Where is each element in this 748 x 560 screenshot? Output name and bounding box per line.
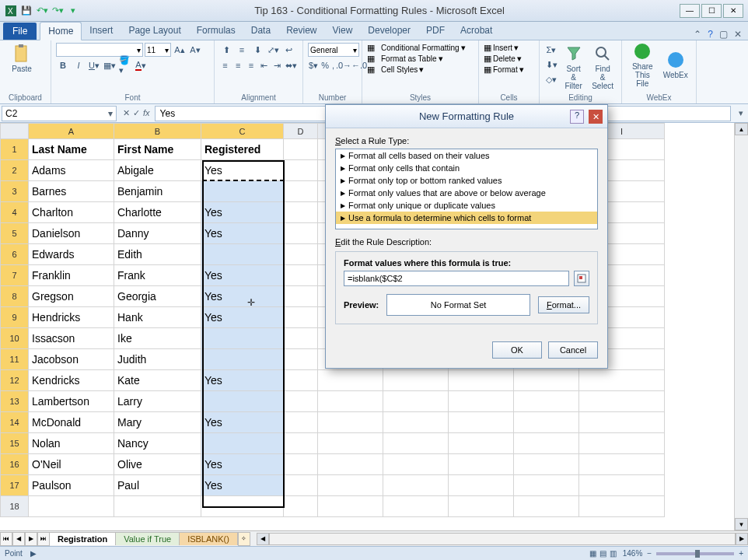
cell-H16[interactable] [514,454,579,475]
row-header-9[interactable]: 9 [1,307,29,328]
rule-type-item[interactable]: ▶Format only cells that contain [336,162,597,174]
cell-D17[interactable] [284,475,318,496]
format-as-table-button[interactable]: ▦Format as Table▾ [367,54,474,64]
scroll-left-icon[interactable]: ◀ [257,533,269,545]
cell-D4[interactable] [284,202,318,223]
cell-B12[interactable]: Kate [114,370,201,391]
align-middle-icon[interactable]: ≡ [235,43,249,57]
cell-D2[interactable] [284,160,318,181]
align-top-icon[interactable]: ⬆ [219,43,233,57]
cell-E12[interactable] [318,370,383,391]
tab-data[interactable]: Data [243,22,278,40]
col-header-C[interactable]: C [201,124,284,139]
sheet-nav-first-icon[interactable]: ⏮ [0,532,12,546]
cell-B16[interactable]: Olive [114,454,201,475]
cell-A15[interactable]: Nolan [29,433,114,454]
tab-developer[interactable]: Developer [360,22,418,40]
fill-icon[interactable]: ⬇▾ [544,58,558,72]
row-header-17[interactable]: 17 [1,475,29,496]
cell-C9[interactable]: Yes [201,307,284,328]
cell-A18[interactable] [29,496,114,517]
align-right-icon[interactable]: ≡ [246,58,257,72]
cell-A16[interactable]: O'Neil [29,454,114,475]
cell-G12[interactable] [449,370,514,391]
cell-B7[interactable]: Frank [114,265,201,286]
horizontal-scrollbar[interactable]: ◀ ▶ [257,533,748,545]
rule-type-item[interactable]: ▶Format only top or bottom ranked values [336,174,597,187]
cancel-formula-icon[interactable]: ✕ [123,108,130,118]
cell-D11[interactable] [284,349,318,370]
sheet-tab-isblank-[interactable]: ISBLANK() [179,532,238,545]
cell-B2[interactable]: Abigale [114,160,201,181]
vertical-scrollbar[interactable]: ▲ ▼ [734,123,748,530]
cell-B14[interactable]: Mary [114,412,201,433]
cell-A6[interactable]: Edwards [29,244,114,265]
save-icon[interactable]: 💾 [20,5,33,17]
zoom-in-icon[interactable]: + [739,549,743,558]
zoom-slider[interactable] [656,552,734,555]
fx-icon[interactable]: fx [143,108,150,118]
cell-A3[interactable]: Barnes [29,181,114,202]
cell-C13[interactable] [201,391,284,412]
cell-I17[interactable] [579,475,665,496]
view-layout-icon[interactable]: ▤ [599,549,606,558]
tab-pdf[interactable]: PDF [418,22,453,40]
cell-G15[interactable] [449,433,514,454]
cell-A10[interactable]: Issacson [29,328,114,349]
macro-record-icon[interactable]: ▶ [30,549,37,558]
rule-type-item[interactable]: ▶Use a formula to determine which cells … [336,212,597,224]
row-header-2[interactable]: 2 [1,160,29,181]
cell-A9[interactable]: Hendricks [29,307,114,328]
cell-F17[interactable] [383,475,449,496]
maximize-button[interactable]: ☐ [701,4,722,18]
currency-icon[interactable]: $▾ [308,58,319,72]
row-header-11[interactable]: 11 [1,349,29,370]
dialog-titlebar[interactable]: New Formatting Rule ? ✕ [326,105,607,128]
decrease-indent-icon[interactable]: ⇤ [258,58,270,72]
cell-D1[interactable] [284,139,318,160]
cell-I16[interactable] [579,454,665,475]
row-header-18[interactable]: 18 [1,496,29,517]
cell-C3[interactable] [201,181,284,202]
minimize-button[interactable]: — [680,4,700,18]
cell-E18[interactable] [318,496,383,517]
sheet-tab-value-if-true[interactable]: Value if True [115,532,180,545]
paste-button[interactable]: Paste [5,43,39,75]
share-file-button[interactable]: Share This File [627,40,659,89]
cell-E17[interactable] [318,475,383,496]
cell-F18[interactable] [383,496,449,517]
cell-H12[interactable] [514,370,579,391]
decrease-font-icon[interactable]: A▾ [188,43,202,57]
cell-G17[interactable] [449,475,514,496]
cell-D9[interactable] [284,307,318,328]
cell-H15[interactable] [514,433,579,454]
border-button[interactable]: ▦▾ [103,58,117,72]
delete-cells-button[interactable]: ▦Delete▾ [484,54,534,64]
fill-color-button[interactable]: 🪣▾ [118,58,132,72]
row-header-5[interactable]: 5 [1,223,29,244]
tab-insert[interactable]: Insert [82,22,121,40]
cell-B3[interactable]: Benjamin [114,181,201,202]
cell-A4[interactable]: Charlton [29,202,114,223]
cell-D18[interactable] [284,496,318,517]
autosum-icon[interactable]: Σ▾ [544,43,558,57]
cell-C14[interactable]: Yes [201,412,284,433]
cell-C16[interactable]: Yes [201,454,284,475]
row-header-7[interactable]: 7 [1,265,29,286]
scroll-right-icon[interactable]: ▶ [736,533,748,545]
cell-H13[interactable] [514,391,579,412]
wrap-text-icon[interactable]: ↩ [281,43,295,57]
tab-page-layout[interactable]: Page Layout [121,22,188,40]
cell-F16[interactable] [383,454,449,475]
cell-B17[interactable]: Paul [114,475,201,496]
webex-button[interactable]: WebEx [660,49,692,81]
cell-B4[interactable]: Charlotte [114,202,201,223]
cell-B5[interactable]: Danny [114,223,201,244]
cell-F13[interactable] [383,391,449,412]
cell-D5[interactable] [284,223,318,244]
cell-G18[interactable] [449,496,514,517]
cell-D16[interactable] [284,454,318,475]
number-format-combo[interactable]: General▾ [308,43,359,57]
cell-C8[interactable]: Yes [201,286,284,307]
align-center-icon[interactable]: ≡ [232,58,244,72]
